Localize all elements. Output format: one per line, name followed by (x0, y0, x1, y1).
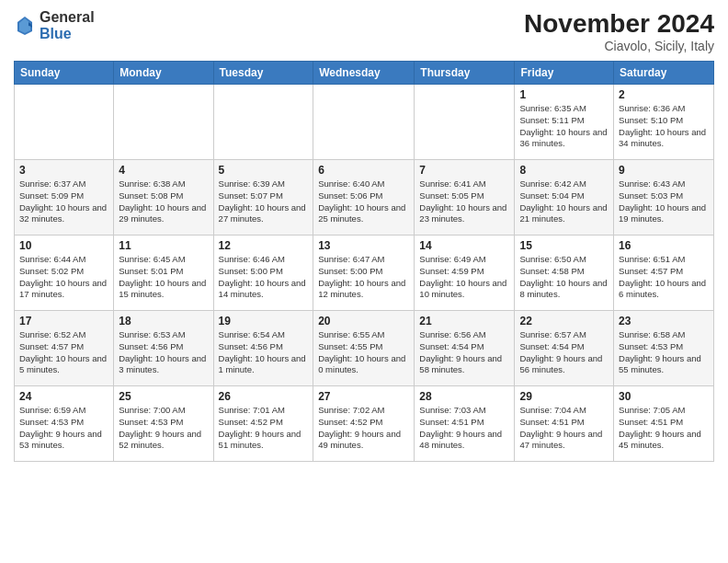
day-cell-20: 20Sunrise: 6:55 AMSunset: 4:55 PMDayligh… (313, 311, 415, 386)
day-number: 14 (419, 239, 509, 252)
day-info: Sunrise: 6:38 AMSunset: 5:08 PMDaylight:… (119, 178, 208, 225)
day-cell-14: 14Sunrise: 6:49 AMSunset: 4:59 PMDayligh… (415, 236, 515, 311)
day-number: 27 (318, 390, 409, 403)
day-cell-19: 19Sunrise: 6:54 AMSunset: 4:56 PMDayligh… (213, 311, 313, 386)
day-info: Sunrise: 7:00 AMSunset: 4:53 PMDaylight:… (119, 405, 208, 452)
day-cell-4: 4Sunrise: 6:38 AMSunset: 5:08 PMDaylight… (114, 160, 213, 236)
day-cell-1: 1Sunrise: 6:35 AMSunset: 5:11 PMDaylight… (515, 85, 614, 160)
day-cell-2: 2Sunrise: 6:36 AMSunset: 5:10 PMDaylight… (614, 85, 714, 160)
location: Ciavolo, Sicily, Italy (524, 39, 714, 53)
day-cell-24: 24Sunrise: 6:59 AMSunset: 4:53 PMDayligh… (15, 386, 114, 462)
weekday-header-wednesday: Wednesday (313, 62, 415, 85)
empty-cell (15, 85, 114, 160)
day-cell-23: 23Sunrise: 6:58 AMSunset: 4:53 PMDayligh… (614, 311, 714, 386)
day-info: Sunrise: 7:01 AMSunset: 4:52 PMDaylight:… (219, 405, 309, 452)
day-info: Sunrise: 6:56 AMSunset: 4:54 PMDaylight:… (419, 329, 509, 376)
day-number: 9 (619, 164, 709, 177)
weekday-header-sunday: Sunday (15, 62, 114, 85)
day-cell-22: 22Sunrise: 6:57 AMSunset: 4:54 PMDayligh… (515, 311, 614, 386)
day-info: Sunrise: 6:55 AMSunset: 4:55 PMDaylight:… (318, 329, 409, 376)
day-number: 3 (19, 164, 108, 177)
day-number: 17 (19, 315, 108, 327)
header: General Blue November 2024 Ciavolo, Sici… (14, 9, 714, 53)
day-number: 5 (219, 164, 309, 177)
day-info: Sunrise: 6:43 AMSunset: 5:03 PMDaylight:… (619, 178, 709, 225)
logo-general: General (40, 9, 95, 26)
day-cell-12: 12Sunrise: 6:46 AMSunset: 5:00 PMDayligh… (213, 236, 313, 311)
day-cell-30: 30Sunrise: 7:05 AMSunset: 4:51 PMDayligh… (614, 386, 714, 462)
title-section: November 2024 Ciavolo, Sicily, Italy (524, 9, 714, 53)
day-cell-3: 3Sunrise: 6:37 AMSunset: 5:09 PMDaylight… (15, 160, 114, 236)
day-info: Sunrise: 6:54 AMSunset: 4:56 PMDaylight:… (219, 329, 309, 376)
day-cell-10: 10Sunrise: 6:44 AMSunset: 5:02 PMDayligh… (15, 236, 114, 311)
day-cell-9: 9Sunrise: 6:43 AMSunset: 5:03 PMDaylight… (614, 160, 714, 236)
day-number: 22 (519, 315, 609, 327)
day-number: 4 (119, 164, 208, 177)
day-number: 11 (119, 239, 208, 252)
day-info: Sunrise: 6:58 AMSunset: 4:53 PMDaylight:… (619, 329, 709, 376)
day-cell-18: 18Sunrise: 6:53 AMSunset: 4:56 PMDayligh… (114, 311, 213, 386)
day-info: Sunrise: 6:37 AMSunset: 5:09 PMDaylight:… (19, 178, 108, 225)
day-cell-21: 21Sunrise: 6:56 AMSunset: 4:54 PMDayligh… (415, 311, 515, 386)
logo-icon (14, 15, 36, 37)
day-info: Sunrise: 6:53 AMSunset: 4:56 PMDaylight:… (119, 329, 208, 376)
empty-cell (213, 85, 313, 160)
day-info: Sunrise: 6:45 AMSunset: 5:01 PMDaylight:… (119, 254, 208, 301)
day-info: Sunrise: 7:04 AMSunset: 4:51 PMDaylight:… (519, 405, 609, 452)
day-cell-28: 28Sunrise: 7:03 AMSunset: 4:51 PMDayligh… (415, 386, 515, 462)
weekday-header-tuesday: Tuesday (213, 62, 313, 85)
day-number: 18 (119, 315, 208, 327)
week-row-4: 17Sunrise: 6:52 AMSunset: 4:57 PMDayligh… (15, 311, 714, 386)
weekday-header-monday: Monday (114, 62, 213, 85)
day-info: Sunrise: 6:57 AMSunset: 4:54 PMDaylight:… (519, 329, 609, 376)
day-number: 15 (519, 239, 609, 252)
week-row-2: 3Sunrise: 6:37 AMSunset: 5:09 PMDaylight… (15, 160, 714, 236)
logo-blue: Blue (40, 26, 95, 42)
day-info: Sunrise: 6:50 AMSunset: 4:58 PMDaylight:… (519, 254, 609, 301)
day-info: Sunrise: 6:46 AMSunset: 5:00 PMDaylight:… (219, 254, 309, 301)
day-cell-26: 26Sunrise: 7:01 AMSunset: 4:52 PMDayligh… (213, 386, 313, 462)
day-cell-16: 16Sunrise: 6:51 AMSunset: 4:57 PMDayligh… (614, 236, 714, 311)
day-info: Sunrise: 6:41 AMSunset: 5:05 PMDaylight:… (419, 178, 509, 225)
day-info: Sunrise: 6:39 AMSunset: 5:07 PMDaylight:… (219, 178, 309, 225)
calendar-table: SundayMondayTuesdayWednesdayThursdayFrid… (14, 61, 714, 462)
day-info: Sunrise: 6:52 AMSunset: 4:57 PMDaylight:… (19, 329, 108, 376)
day-number: 20 (318, 315, 409, 327)
week-row-5: 24Sunrise: 6:59 AMSunset: 4:53 PMDayligh… (15, 386, 714, 462)
logo: General Blue (14, 9, 95, 41)
day-number: 30 (619, 390, 709, 403)
day-cell-15: 15Sunrise: 6:50 AMSunset: 4:58 PMDayligh… (515, 236, 614, 311)
day-number: 29 (519, 390, 609, 403)
weekday-header-thursday: Thursday (415, 62, 515, 85)
day-number: 8 (519, 164, 609, 177)
day-info: Sunrise: 7:02 AMSunset: 4:52 PMDaylight:… (318, 405, 409, 452)
day-cell-29: 29Sunrise: 7:04 AMSunset: 4:51 PMDayligh… (515, 386, 614, 462)
week-row-1: 1Sunrise: 6:35 AMSunset: 5:11 PMDaylight… (15, 85, 714, 160)
day-cell-8: 8Sunrise: 6:42 AMSunset: 5:04 PMDaylight… (515, 160, 614, 236)
day-info: Sunrise: 6:44 AMSunset: 5:02 PMDaylight:… (19, 254, 108, 301)
day-info: Sunrise: 6:36 AMSunset: 5:10 PMDaylight:… (619, 103, 709, 150)
month-title: November 2024 (524, 9, 714, 39)
day-info: Sunrise: 6:47 AMSunset: 5:00 PMDaylight:… (318, 254, 409, 301)
day-info: Sunrise: 6:42 AMSunset: 5:04 PMDaylight:… (519, 178, 609, 225)
day-number: 19 (219, 315, 309, 327)
day-cell-11: 11Sunrise: 6:45 AMSunset: 5:01 PMDayligh… (114, 236, 213, 311)
day-cell-7: 7Sunrise: 6:41 AMSunset: 5:05 PMDaylight… (415, 160, 515, 236)
day-number: 25 (119, 390, 208, 403)
empty-cell (313, 85, 415, 160)
day-cell-5: 5Sunrise: 6:39 AMSunset: 5:07 PMDaylight… (213, 160, 313, 236)
empty-cell (114, 85, 213, 160)
day-number: 21 (419, 315, 509, 327)
day-cell-17: 17Sunrise: 6:52 AMSunset: 4:57 PMDayligh… (15, 311, 114, 386)
day-number: 23 (619, 315, 709, 327)
day-number: 7 (419, 164, 509, 177)
day-number: 6 (318, 164, 409, 177)
logo-text: General Blue (40, 9, 95, 41)
empty-cell (415, 85, 515, 160)
day-cell-6: 6Sunrise: 6:40 AMSunset: 5:06 PMDaylight… (313, 160, 415, 236)
week-row-3: 10Sunrise: 6:44 AMSunset: 5:02 PMDayligh… (15, 236, 714, 311)
weekday-header-friday: Friday (515, 62, 614, 85)
day-info: Sunrise: 6:35 AMSunset: 5:11 PMDaylight:… (519, 103, 609, 150)
day-number: 13 (318, 239, 409, 252)
day-number: 26 (219, 390, 309, 403)
